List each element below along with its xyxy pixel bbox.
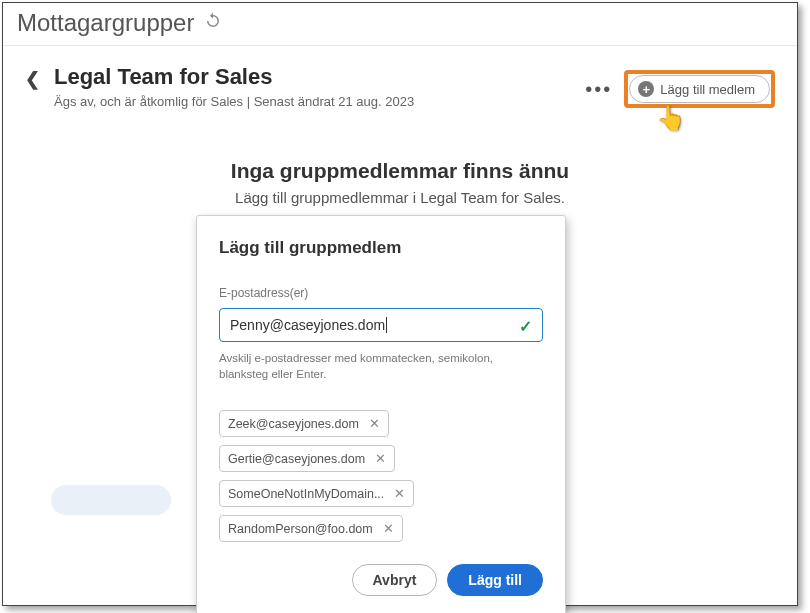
chip-label: Zeek@caseyjones.dom bbox=[228, 417, 359, 431]
empty-state-title: Inga gruppmedlemmar finns ännu bbox=[3, 159, 797, 183]
email-chip-list: Zeek@caseyjones.dom ✕ Gertie@caseyjones.… bbox=[219, 410, 543, 542]
empty-state: Inga gruppmedlemmar finns ännu Lägg till… bbox=[3, 159, 797, 206]
cursor-hand-icon: 👆 bbox=[656, 104, 686, 132]
plus-circle-icon: + bbox=[638, 81, 654, 97]
empty-state-subtitle: Lägg till gruppmedlemmar i Legal Team fo… bbox=[3, 189, 797, 206]
add-member-modal: Lägg till gruppmedlem E-postadress(er) P… bbox=[196, 215, 566, 613]
chip-remove-icon[interactable]: ✕ bbox=[369, 416, 380, 431]
add-member-button[interactable]: + Lägg till medlem bbox=[629, 75, 770, 103]
chip-remove-icon[interactable]: ✕ bbox=[375, 451, 386, 466]
email-helper-text: Avskilj e-postadresser med kommatecken, … bbox=[219, 350, 543, 382]
email-field-label: E-postadress(er) bbox=[219, 286, 543, 300]
email-chip[interactable]: Zeek@caseyjones.dom ✕ bbox=[219, 410, 389, 437]
chip-remove-icon[interactable]: ✕ bbox=[383, 521, 394, 536]
chip-label: Gertie@caseyjones.dom bbox=[228, 452, 365, 466]
chip-label: SomeOneNotInMyDomain... bbox=[228, 487, 384, 501]
page-title: Mottagargrupper bbox=[17, 9, 194, 37]
checkmark-icon: ✓ bbox=[519, 317, 532, 336]
group-subtitle: Ägs av, och är åtkomlig för Sales | Sena… bbox=[54, 94, 414, 109]
topbar: Mottagargrupper bbox=[3, 3, 797, 46]
email-chip[interactable]: RandomPerson@foo.dom ✕ bbox=[219, 515, 403, 542]
back-chevron-icon[interactable]: ❮ bbox=[25, 64, 40, 90]
add-member-highlight: + Lägg till medlem 👆 bbox=[624, 70, 775, 108]
group-header: ❮ Legal Team for Sales Ägs av, och är åt… bbox=[3, 46, 797, 109]
more-actions-icon[interactable]: ••• bbox=[581, 78, 616, 101]
cancel-button[interactable]: Avbryt bbox=[352, 564, 438, 596]
refresh-icon[interactable] bbox=[204, 12, 222, 34]
email-input[interactable]: Penny@caseyjones.dom ✓ bbox=[219, 308, 543, 342]
chip-remove-icon[interactable]: ✕ bbox=[394, 486, 405, 501]
add-member-label: Lägg till medlem bbox=[660, 82, 755, 97]
email-chip[interactable]: SomeOneNotInMyDomain... ✕ bbox=[219, 480, 414, 507]
group-title: Legal Team for Sales bbox=[54, 64, 414, 90]
email-input-value: Penny@caseyjones.dom bbox=[230, 317, 385, 333]
chip-label: RandomPerson@foo.dom bbox=[228, 522, 373, 536]
email-chip[interactable]: Gertie@caseyjones.dom ✕ bbox=[219, 445, 395, 472]
modal-title: Lägg till gruppmedlem bbox=[219, 238, 543, 258]
submit-button[interactable]: Lägg till bbox=[447, 564, 543, 596]
ghost-placeholder bbox=[51, 485, 171, 515]
